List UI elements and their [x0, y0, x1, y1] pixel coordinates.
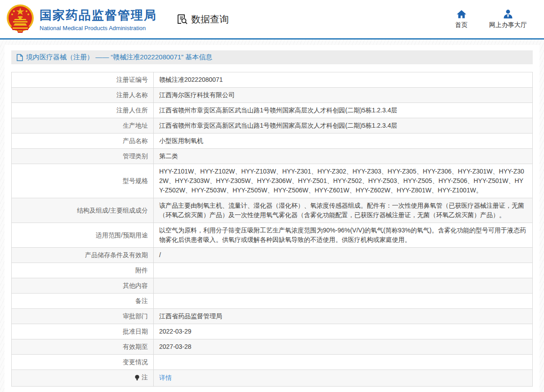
row-label: 变更情况	[12, 355, 154, 370]
row-value: 江西省赣州市章贡区高新区武当山路1号赣州国家高层次人才科创园(二期)5栋1.2.…	[154, 118, 533, 134]
row-value: 江西海尔医疗科技有限公司	[154, 88, 533, 103]
table-row: 注详情	[12, 370, 533, 387]
detail-link[interactable]: 详情	[159, 374, 172, 381]
row-value	[154, 355, 533, 370]
home-icon	[456, 9, 467, 19]
nav-online-hall[interactable]: 网上办事大厅	[489, 9, 527, 29]
row-value: 小型医用制氧机	[154, 134, 533, 149]
row-value: /	[154, 248, 533, 263]
table-row: 结构及组成/主要组成成分该产品主要由制氧主机、流量计、湿化器（湿化杯）、氧浓度传…	[12, 198, 533, 223]
row-value: 详情	[154, 370, 533, 387]
data-query-label: 数据查询	[191, 13, 229, 26]
table-row: 注册证编号赣械注准20222080071	[12, 72, 533, 88]
table-row: 注册人名称江西海尔医疗科技有限公司	[12, 88, 533, 103]
row-value	[154, 263, 533, 278]
org-name-cn: 国家药品监督管理局	[40, 7, 157, 23]
main-area: 境内医疗器械（注册） —— “赣械注准20222080071” 基本信息 注册证…	[0, 40, 544, 392]
table-row: 批准日期2022-03-29	[12, 324, 533, 339]
row-label-text: 注	[142, 373, 148, 382]
table-row: 生产地址江西省赣州市章贡区高新区武当山路1号赣州国家高层次人才科创园(二期)5栋…	[12, 118, 533, 134]
row-label: 注册人住所	[12, 103, 154, 118]
user-icon	[503, 9, 513, 19]
nav-home[interactable]: 首页	[455, 9, 468, 29]
row-label: 型号规格	[12, 164, 154, 198]
row-label: 产品储存条件及有效期	[12, 248, 154, 263]
row-label: 审批部门	[12, 309, 154, 324]
table-row: 注册人住所江西省赣州市章贡区高新区武当山路1号赣州国家高层次人才科创园(二期)5…	[12, 103, 533, 118]
row-value: 江西省药品监督管理局	[154, 309, 533, 324]
content-panel: 境内医疗器械（注册） —— “赣械注准20222080071” 基本信息 注册证…	[4, 45, 540, 392]
row-label: 备注	[12, 294, 154, 309]
table-row: 适用范围/预期用途以空气为原料，利用分子筛变压吸附工艺生产氧浓度范围为90%-9…	[12, 223, 533, 248]
page-title: 境内医疗器械（注册） —— “赣械注准20222080071” 基本信息	[26, 53, 212, 62]
row-value: 江西省赣州市章贡区高新区武当山路1号赣州国家高层次人才科创园(二期)5栋1.2.…	[154, 103, 533, 118]
row-label: 适用范围/预期用途	[12, 223, 154, 248]
row-value: 2027-03-28	[154, 339, 533, 355]
row-label: 其他内容	[12, 278, 154, 294]
table-row: 产品名称小型医用制氧机	[12, 134, 533, 149]
row-label: 批准日期	[12, 324, 154, 339]
table-row: 变更情况	[12, 355, 533, 370]
row-label: 产品名称	[12, 134, 154, 149]
table-row: 型号规格HYY-Z101W、HYY-Z102W、HYY-Z103W、HYY-Z3…	[12, 164, 533, 198]
document-search-icon	[176, 13, 188, 26]
registration-info-table: 注册证编号赣械注准20222080071注册人名称江西海尔医疗科技有限公司注册人…	[11, 72, 533, 387]
bulb-icon	[134, 374, 140, 381]
table-row: 附件	[12, 263, 533, 278]
table-row: 产品储存条件及有效期/	[12, 248, 533, 263]
row-value: 2022-03-29	[154, 324, 533, 339]
nav-home-label: 首页	[455, 21, 468, 29]
row-value	[154, 278, 533, 294]
org-name-en: National Medical Products Administration	[40, 25, 157, 31]
table-row: 审批部门江西省药品监督管理局	[12, 309, 533, 324]
row-label: 注册证编号	[12, 72, 154, 88]
row-label: 生产地址	[12, 118, 154, 134]
national-emblem-icon	[6, 4, 34, 35]
row-label: 注册人名称	[12, 88, 154, 103]
site-header: 国家药品监督管理局 National Medical Products Admi…	[0, 0, 544, 40]
nmpa-logo[interactable]: 国家药品监督管理局 National Medical Products Admi…	[6, 4, 157, 35]
page-titlebar: 境内医疗器械（注册） —— “赣械注准20222080071” 基本信息	[11, 50, 533, 64]
row-label: 有效期至	[12, 339, 154, 355]
row-value: 该产品主要由制氧主机、流量计、湿化器（湿化杯）、氧浓度传感器组成。配件有：一次性…	[154, 198, 533, 223]
row-value: 以空气为原料，利用分子筛变压吸附工艺生产氧浓度范围为90%-96%(V/V)的氧…	[154, 223, 533, 248]
top-nav: 首页 网上办事大厅	[455, 9, 527, 29]
row-value: 第二类	[154, 149, 533, 164]
row-value: 赣械注准20222080071	[154, 72, 533, 88]
row-label: 注	[12, 370, 154, 387]
row-label: 附件	[12, 263, 154, 278]
row-label: 结构及组成/主要组成成分	[12, 198, 154, 223]
row-value: HYY-Z101W、HYY-Z102W、HYY-Z103W、HYY-Z301、H…	[154, 164, 533, 198]
data-query-tab[interactable]: 数据查询	[176, 13, 229, 26]
page-doc-icon	[17, 54, 23, 61]
row-label: 管理类别	[12, 149, 154, 164]
row-value	[154, 294, 533, 309]
table-row: 备注	[12, 294, 533, 309]
table-row: 管理类别第二类	[12, 149, 533, 164]
nav-hall-label: 网上办事大厅	[489, 21, 527, 29]
table-row: 有效期至2027-03-28	[12, 339, 533, 355]
table-row: 其他内容	[12, 278, 533, 294]
